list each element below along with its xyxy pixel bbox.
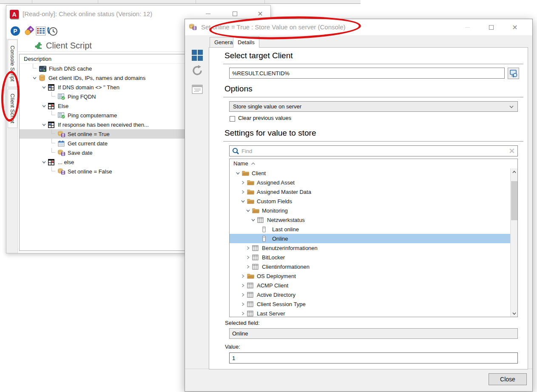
chevron-down-icon[interactable] bbox=[251, 215, 257, 224]
close-dialog-button[interactable]: Close bbox=[489, 373, 527, 385]
dialog-footer: Close bbox=[185, 369, 532, 391]
chevron-down-icon[interactable] bbox=[42, 157, 48, 167]
find-input[interactable] bbox=[242, 148, 506, 154]
tree-row[interactable]: Client bbox=[230, 168, 510, 178]
refresh-sidebar-button[interactable] bbox=[191, 64, 204, 77]
chevron-right-icon[interactable] bbox=[241, 309, 247, 317]
column-divider bbox=[32, 0, 32, 3]
tiles-sidebar-button[interactable] bbox=[191, 49, 204, 62]
tab-client-script[interactable]: Client Script bbox=[8, 89, 17, 128]
folder-icon bbox=[247, 273, 255, 279]
store-icon bbox=[189, 23, 196, 32]
report-sidebar-button[interactable] bbox=[191, 83, 204, 96]
tree-row[interactable]: BitLocker bbox=[230, 253, 510, 262]
chevron-right-icon[interactable] bbox=[241, 281, 247, 290]
chevron-down-icon[interactable] bbox=[246, 206, 252, 215]
tree-row[interactable]: ACMP Client bbox=[230, 281, 510, 290]
dialog-titlebar[interactable]: Set online = True : Store Value on serve… bbox=[185, 19, 532, 35]
tree-item-label: Online bbox=[272, 236, 288, 242]
tree-row[interactable]: OS Deployment bbox=[230, 271, 510, 281]
tree-row[interactable]: Last online bbox=[230, 224, 510, 234]
field-icon bbox=[262, 236, 270, 242]
maximize-icon bbox=[233, 11, 237, 16]
tree-row[interactable]: Online bbox=[230, 234, 510, 243]
tree-item-label: Custom Fields bbox=[257, 198, 292, 205]
minimize-button bbox=[460, 19, 475, 35]
chevron-up-icon bbox=[512, 170, 516, 173]
close-button[interactable]: ✕ bbox=[507, 19, 523, 35]
tree-item-label: OS Deployment bbox=[257, 273, 296, 279]
sort-ascending-icon bbox=[251, 162, 256, 165]
column-divider bbox=[98, 0, 98, 3]
history-toolbar-button[interactable] bbox=[47, 26, 58, 37]
table-icon bbox=[247, 310, 255, 317]
table-icon bbox=[252, 254, 260, 261]
scroll-down-button[interactable] bbox=[511, 310, 518, 317]
puzzle-icon bbox=[35, 41, 44, 50]
tree-item-label: Assigned Master Data bbox=[257, 189, 311, 195]
chevron-down-icon[interactable] bbox=[42, 120, 48, 129]
scroll-up-button[interactable] bbox=[511, 168, 518, 175]
tree-connector bbox=[51, 148, 55, 153]
target-client-input[interactable] bbox=[229, 68, 505, 79]
tree-row[interactable]: Monitoring bbox=[230, 206, 510, 215]
chevron-down-icon[interactable] bbox=[42, 82, 48, 92]
clear-previous-values-checkbox[interactable] bbox=[230, 116, 235, 122]
dialog-title: Set online = True : Store Value on serve… bbox=[201, 19, 346, 35]
tree-row[interactable]: Client Session Type bbox=[230, 299, 510, 309]
table-icon bbox=[252, 264, 260, 270]
chevron-right-icon[interactable] bbox=[246, 262, 252, 271]
chevron-down-icon[interactable] bbox=[236, 168, 242, 178]
share-toolbar-button[interactable] bbox=[23, 26, 34, 37]
clear-search-icon[interactable]: ✕ bbox=[509, 148, 515, 155]
tree-row[interactable]: Benutzerinformationen bbox=[230, 243, 510, 253]
tree-item-label: Ping computername bbox=[68, 112, 117, 119]
vertical-scrollbar[interactable] bbox=[510, 168, 517, 317]
client-picker-button[interactable] bbox=[508, 68, 519, 79]
chevron-right-icon[interactable] bbox=[246, 243, 252, 253]
section-heading-settings: Settings for value to store bbox=[224, 128, 316, 138]
branch-blue-icon bbox=[48, 122, 56, 128]
store-mode-dropdown[interactable]: Store single value on server bbox=[229, 101, 518, 112]
chevron-right-icon[interactable] bbox=[241, 299, 247, 309]
tree-item-label: Set online = False bbox=[68, 168, 112, 175]
tree-indent bbox=[256, 224, 262, 234]
tree-row[interactable]: Assigned Asset bbox=[230, 178, 510, 187]
profile-toolbar-button[interactable]: P bbox=[10, 26, 21, 37]
tree-connector bbox=[51, 129, 55, 134]
tree-row[interactable]: Custom Fields bbox=[230, 196, 510, 206]
close-icon: ✕ bbox=[257, 10, 263, 18]
checkbox-label: Clear previous values bbox=[238, 115, 291, 121]
chevron-right-icon[interactable] bbox=[241, 290, 247, 299]
chevron-down-icon[interactable] bbox=[42, 101, 48, 111]
section-divider bbox=[223, 64, 523, 64]
chevron-right-icon[interactable] bbox=[241, 187, 247, 196]
chevron-right-icon[interactable] bbox=[241, 271, 247, 281]
table-toolbar-button[interactable] bbox=[35, 26, 46, 37]
scrollbar-thumb[interactable] bbox=[511, 181, 517, 220]
chevron-right-icon[interactable] bbox=[246, 253, 252, 262]
chevron-down-icon[interactable] bbox=[241, 196, 247, 206]
column-divider bbox=[196, 0, 196, 3]
tree-row[interactable]: Active Directory bbox=[230, 290, 510, 299]
tree-row[interactable]: Netzwerkstatus bbox=[230, 215, 510, 224]
tree-row[interactable]: Clientinformationen bbox=[230, 262, 510, 271]
tab-console-script[interactable]: Console Script bbox=[8, 40, 17, 87]
tree-row[interactable]: Last Server bbox=[230, 309, 510, 317]
background-app-edge bbox=[0, 0, 361, 4]
tree-column-header[interactable]: Name bbox=[230, 159, 517, 168]
tree-connector bbox=[51, 92, 55, 97]
tree-connector bbox=[51, 167, 55, 171]
store-icon bbox=[58, 149, 65, 156]
chevron-down-icon[interactable] bbox=[32, 73, 39, 82]
tree-row[interactable]: Assigned Master Data bbox=[230, 187, 510, 196]
tab-label: Client Script bbox=[9, 94, 16, 123]
chevron-down-icon bbox=[509, 104, 514, 109]
tree-connector bbox=[51, 111, 55, 115]
maximize-button[interactable] bbox=[483, 19, 499, 35]
tab-details[interactable]: Details bbox=[233, 36, 259, 48]
chevron-right-icon[interactable] bbox=[241, 178, 247, 187]
value-input[interactable] bbox=[229, 352, 518, 364]
calendar-icon bbox=[58, 140, 65, 147]
find-box: ✕ bbox=[229, 145, 518, 156]
